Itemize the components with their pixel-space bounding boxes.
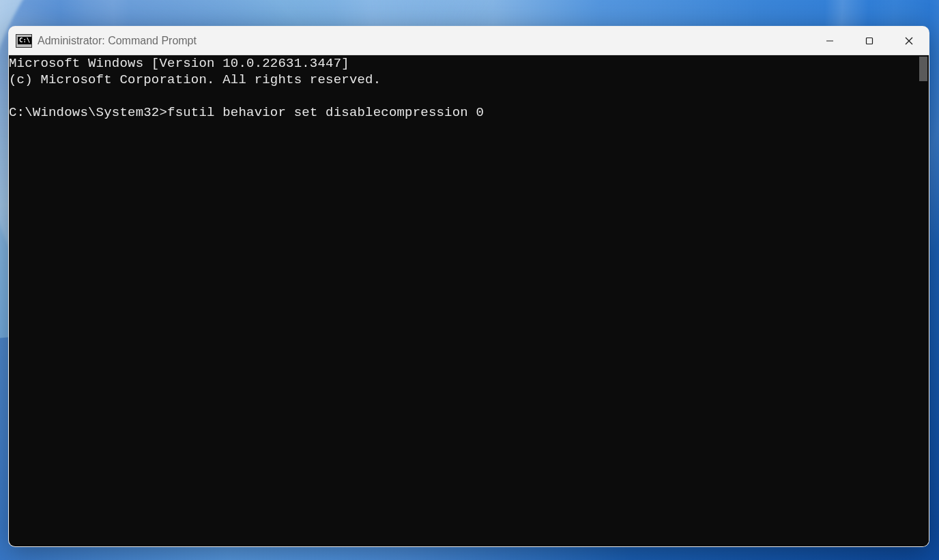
minimize-button[interactable] <box>810 27 850 55</box>
window-title: Administrator: Command Prompt <box>38 35 810 47</box>
cmd-icon: C:\ <box>16 34 32 48</box>
terminal-output[interactable]: Microsoft Windows [Version 10.0.22631.34… <box>9 55 915 546</box>
titlebar[interactable]: C:\ Administrator: Command Prompt <box>9 27 929 55</box>
close-button[interactable] <box>889 27 929 55</box>
svg-rect-1 <box>867 38 873 44</box>
vertical-scrollbar[interactable] <box>915 55 929 546</box>
scrollbar-thumb[interactable] <box>919 57 927 81</box>
window-controls <box>810 27 929 55</box>
prompt-path: C:\Windows\System32> <box>9 105 167 120</box>
command-prompt-window: C:\ Administrator: Command Prompt Micros… <box>8 26 929 547</box>
version-line: Microsoft Windows [Version 10.0.22631.34… <box>9 56 349 71</box>
terminal-wrapper: Microsoft Windows [Version 10.0.22631.34… <box>9 55 929 546</box>
copyright-line: (c) Microsoft Corporation. All rights re… <box>9 72 381 87</box>
maximize-button[interactable] <box>850 27 889 55</box>
command-text: fsutil behavior set disablecompression 0 <box>167 105 484 120</box>
